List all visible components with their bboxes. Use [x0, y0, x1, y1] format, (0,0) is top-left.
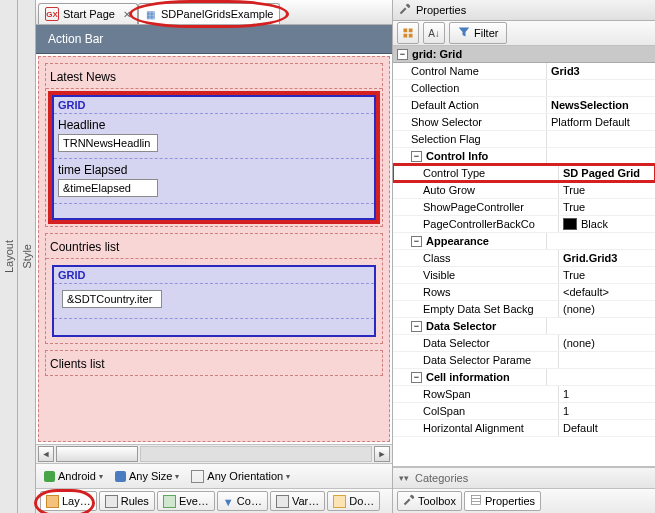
- funnel-icon: [458, 26, 470, 40]
- tab-sd-panel-example[interactable]: ▦ SDPanelGridsExample: [138, 3, 281, 24]
- prop-data-selector[interactable]: Data Selector(none): [393, 335, 655, 352]
- prop-data-selector-params[interactable]: Data Selector Parame: [393, 352, 655, 369]
- panel-latest-news[interactable]: Latest News GRID Headline TRNNewsHeadlin…: [45, 63, 383, 227]
- property-grid[interactable]: − grid: Grid Control NameGrid3 Collectio…: [393, 46, 655, 467]
- panel-latest-news-title: Latest News: [46, 64, 382, 89]
- tab-start-page[interactable]: GX Start Page ✕: [38, 3, 138, 24]
- tab-variables-label: Var…: [292, 495, 319, 507]
- prop-empty-data-set[interactable]: Empty Data Set Backg(none): [393, 301, 655, 318]
- collapse-icon[interactable]: −: [411, 151, 422, 162]
- prop-selection-flag[interactable]: Selection Flag: [393, 131, 655, 148]
- orientation-icon: [191, 470, 204, 483]
- grid-countries-header: GRID: [54, 267, 374, 284]
- color-swatch-icon: [563, 218, 577, 230]
- scroll-right-button[interactable]: ►: [374, 446, 390, 462]
- collapse-icon[interactable]: −: [411, 236, 422, 247]
- size-icon: [115, 471, 126, 482]
- tab-conditions-label: Co…: [237, 495, 262, 507]
- chevron-down-icon: ▾: [99, 472, 103, 481]
- collapse-icon[interactable]: −: [411, 321, 422, 332]
- variables-icon: [276, 495, 289, 508]
- scroll-left-button[interactable]: ◄: [38, 446, 54, 462]
- prop-cat-cell-info[interactable]: −Cell information: [393, 369, 655, 386]
- prop-visible[interactable]: VisibleTrue: [393, 267, 655, 284]
- properties-icon: [470, 494, 482, 508]
- scroll-track[interactable]: [140, 446, 372, 462]
- orientation-dropdown[interactable]: Any Orientation ▾: [187, 468, 294, 485]
- tab-conditions[interactable]: ▼ Co…: [217, 491, 268, 511]
- document-tab-bar: GX Start Page ✕ ▦ SDPanelGridsExample: [36, 0, 392, 25]
- prop-default-action[interactable]: Default ActionNewsSelection: [393, 97, 655, 114]
- filter-label: Filter: [474, 27, 498, 39]
- panel-icon: ▦: [145, 8, 157, 20]
- grid-news-headline-field[interactable]: TRNNewsHeadlin: [58, 134, 158, 152]
- design-surface[interactable]: Latest News GRID Headline TRNNewsHeadlin…: [38, 56, 390, 442]
- tab-rules-label: Rules: [121, 495, 149, 507]
- side-strip-style[interactable]: Style: [18, 0, 36, 513]
- categories-label: Categories: [415, 472, 468, 484]
- collapse-icon[interactable]: −: [397, 49, 408, 60]
- prop-rows[interactable]: Rows<default>: [393, 284, 655, 301]
- side-strip-layout[interactable]: Layout: [0, 0, 18, 513]
- prop-collection[interactable]: Collection: [393, 80, 655, 97]
- size-dropdown[interactable]: Any Size ▾: [111, 468, 183, 484]
- tab-toolbox[interactable]: Toolbox: [397, 491, 462, 511]
- grid-news-time-label: time Elapsed: [54, 159, 374, 177]
- prop-cat-control-info[interactable]: −Control Info: [393, 148, 655, 165]
- tab-documentation[interactable]: Do…: [327, 491, 380, 511]
- funnel-icon: ▼: [223, 496, 234, 507]
- designer-pane: GX Start Page ✕ ▦ SDPanelGridsExample Ac…: [36, 0, 393, 513]
- prop-control-name[interactable]: Control NameGrid3: [393, 63, 655, 80]
- tab-properties-label: Properties: [485, 495, 535, 507]
- prop-show-selector[interactable]: Show SelectorPlatform Default: [393, 114, 655, 131]
- panel-clients-title: Clients list: [46, 351, 382, 375]
- prop-horizontal-alignment[interactable]: Horizontal AlignmentDefault: [393, 420, 655, 437]
- prop-colspan[interactable]: ColSpan1: [393, 403, 655, 420]
- prop-show-page-controller[interactable]: ShowPageControllerTrue: [393, 199, 655, 216]
- right-bottom-tabs: Toolbox Properties: [393, 489, 655, 513]
- prop-page-controller-back[interactable]: PageControllerBackCoBlack: [393, 216, 655, 233]
- sort-category-button[interactable]: [397, 22, 419, 44]
- prop-control-type[interactable]: Control TypeSD Paged Grid: [393, 165, 655, 182]
- chevron-down-icon: ▾: [286, 472, 290, 481]
- grid-countries[interactable]: GRID &SDTCountry.iter: [52, 265, 376, 337]
- action-bar[interactable]: Action Bar: [36, 25, 392, 54]
- side-strip-layout-label: Layout: [3, 240, 15, 273]
- grid-countries-field[interactable]: &SDTCountry.iter: [62, 290, 162, 308]
- gx-icon: GX: [45, 7, 59, 21]
- prop-rowspan[interactable]: RowSpan1: [393, 386, 655, 403]
- categories-bar[interactable]: ▾▾ Categories: [393, 467, 655, 489]
- orientation-label: Any Orientation: [207, 470, 283, 482]
- tab-rules[interactable]: Rules: [99, 491, 155, 511]
- wrench-icon: [399, 3, 411, 17]
- h-scrollbar[interactable]: ◄ ►: [36, 444, 392, 463]
- grid-news[interactable]: GRID Headline TRNNewsHeadlin time Elapse…: [52, 95, 376, 220]
- prop-header-row: − grid: Grid: [393, 46, 655, 63]
- panel-countries[interactable]: Countries list GRID &SDTCountry.iter: [45, 233, 383, 344]
- collapse-icon[interactable]: −: [411, 372, 422, 383]
- tab-properties[interactable]: Properties: [464, 491, 541, 511]
- documentation-icon: [333, 495, 346, 508]
- prop-header-label: grid: Grid: [412, 48, 462, 60]
- panel-clients[interactable]: Clients list: [45, 350, 383, 376]
- grid-news-time-field[interactable]: &timeElapsed: [58, 179, 158, 197]
- part-tabs: Lay… Rules Eve… ▼ Co… Var… Do…: [36, 488, 392, 513]
- prop-cat-appearance[interactable]: −Appearance: [393, 233, 655, 250]
- prop-class[interactable]: ClassGrid.Grid3: [393, 250, 655, 267]
- sort-alpha-button[interactable]: A↓: [423, 22, 445, 44]
- panel-countries-title: Countries list: [46, 234, 382, 259]
- tab-events[interactable]: Eve…: [157, 491, 215, 511]
- filter-button[interactable]: Filter: [449, 22, 507, 44]
- scroll-thumb[interactable]: [56, 446, 138, 462]
- platform-toolbar: Android ▾ Any Size ▾ Any Orientation ▾: [36, 463, 392, 488]
- platform-dropdown[interactable]: Android ▾: [40, 468, 107, 484]
- svg-rect-2: [404, 34, 408, 38]
- close-icon[interactable]: ✕: [123, 9, 131, 20]
- tab-layout-label: Lay…: [62, 495, 91, 507]
- prop-auto-grow[interactable]: Auto GrowTrue: [393, 182, 655, 199]
- tab-variables[interactable]: Var…: [270, 491, 325, 511]
- prop-cat-data-selector[interactable]: −Data Selector: [393, 318, 655, 335]
- action-bar-title: Action Bar: [48, 32, 103, 46]
- tab-toolbox-label: Toolbox: [418, 495, 456, 507]
- tab-layout[interactable]: Lay…: [40, 491, 97, 511]
